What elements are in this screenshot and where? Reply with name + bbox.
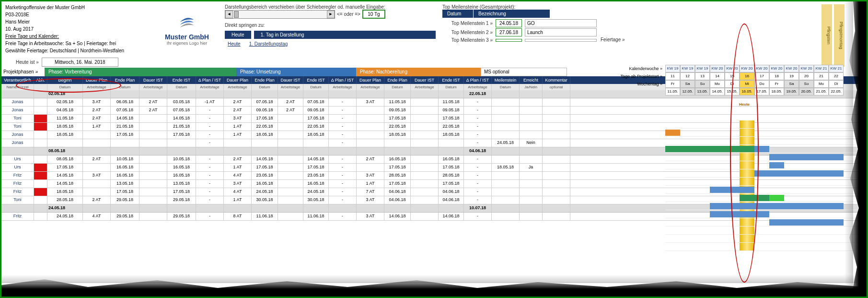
calendar-cell: 15 [725,72,740,80]
calendar-cell: 20 [799,72,814,80]
gantt-row [665,210,864,218]
calendar-cell: KW 20 [710,65,725,72]
calendar-cell: Di [829,80,844,88]
gantt-bar [740,195,769,201]
ms-date-input[interactable] [496,39,522,42]
holidays-line: Gewählte Feiertage: Deutschland | Nordrh… [5,48,149,54]
ms-row-label: Top Meilenstein 2 » [442,30,493,35]
today-field[interactable]: Mittwoch, 16. Mai. 2018 [42,58,118,67]
gantt-row [665,194,864,202]
calendar-cell: 15.05. [725,88,740,95]
calendar-cell: Di [725,80,740,88]
gantt-row [665,243,864,251]
slider-thumb[interactable] [234,11,239,18]
slider-left-icon[interactable]: ◄ [225,11,233,18]
ms-row-label: Top Meilenstein 3 » [442,37,493,43]
gantt-row [665,120,864,129]
gantt-row [665,145,864,153]
gantt-row [665,137,864,145]
calendar-cell: 21.05. [814,88,829,95]
gantt-row [665,153,864,161]
jump-today-button[interactable]: Heute [225,31,251,39]
calendar-cell: 19.05. [784,88,799,95]
calendar-cell: 21 [814,72,829,80]
logo-text: Muster GmbH [156,33,218,41]
section-start: 24.05.18 [47,204,83,212]
date-slider[interactable]: ◄ ► [225,10,335,19]
calendar-cell: Fr [769,80,784,88]
calendar-cell: Sa [784,80,799,88]
section-start: 02.05.18 [47,90,83,98]
slider-right-icon[interactable]: ► [327,11,335,18]
calendar-cell: Do [754,80,769,88]
view-controls: Darstellungsbereich verschieben über Sch… [225,4,436,55]
gantt-bar [769,195,784,201]
jump-first-button[interactable]: 1. Tag in Darstellung [254,31,436,39]
calendar-cell: Mo [710,80,725,88]
torn-edge-shadow [1,274,857,283]
calendar-cell: KW 20 [740,65,754,72]
calendar-cell: So [695,80,710,88]
ms-optional: MS optional [481,68,567,76]
freedays-line: Freie Tage in Arbeitswoche: Sa + So | Fe… [5,40,149,47]
calendar-cell: 13.05. [695,88,710,95]
slider-label: Darstellungsbereich verschieben über Sch… [225,4,436,10]
gantt-bar [665,130,680,136]
calendar-gantt-pane: Feiertage » PfingstenPfingstmontag Kalen… [572,4,864,294]
calendar-cell: KW 20 [769,65,784,72]
gantt-bar [665,146,754,152]
calendar-cell: 11 [665,72,680,80]
link-today[interactable]: Heute [225,40,243,48]
logo: Muster GmbH Ihr eigenes Logo hier [156,4,218,55]
calendar-cell: 16 [740,72,754,80]
ms-date-input[interactable]: 24.05.18 [496,19,522,27]
calendar-cell: KW 21 [829,65,844,72]
gantt-bar [710,187,754,193]
calendar-cell: 14 [710,72,725,80]
phase-1: Phase: Vorbereitung [45,68,236,76]
gantt-row [665,178,864,186]
calendar-cell: 19 [784,72,799,80]
calendar-cell: 13 [695,72,710,80]
project-info: Marketingoffensive der Muster GmbH P03-2… [5,4,149,55]
project-title: Marketingoffensive der Muster GmbH [5,4,149,11]
calendar-cell: 18 [769,72,784,80]
holiday-bar: Pfingsten [822,4,832,67]
logo-subtext: Ihr eigenes Logo hier [156,41,218,46]
holiday-bar: Pfingstmontag [834,4,845,67]
oder-label: <= oder => [337,12,360,17]
gantt-bar [710,203,844,209]
calendar-cell: 20.05. [799,88,814,95]
phase-2: Phase: Umsetzung [236,68,356,76]
calendar-cell: 12.05. [680,88,695,95]
gantt-row [665,186,864,194]
calendar-cell: Mo [814,80,829,88]
calendar-cell: KW 19 [665,65,680,72]
calendar-cell: KW 19 [695,65,710,72]
gantt-row [665,226,864,235]
days-input[interactable] [362,10,385,19]
project-date: 10. Aug 2017 [5,26,149,33]
calendar-cell: 16.05. [740,88,754,95]
project-author: Hans Meier [5,19,149,25]
calendar-cell: So [799,80,814,88]
jump-label: Direkt springen zu: [225,23,436,28]
calendar-cell: 11.05. [665,88,680,95]
gantt-bar [754,146,769,152]
calendar-cell: 14.05. [710,88,725,95]
freedays-header: Freie Tage und Kalender: [5,33,149,40]
calendar-cell: 22.05. [829,88,844,95]
ms-col-date: Datum [442,10,474,18]
calendar-cell: KW 21 [814,65,829,72]
holidays-label: Feiertage » [601,37,625,42]
link-first-day[interactable]: 1. Darstellungstag [246,40,291,48]
gantt-row [665,235,864,243]
calendar-cell: 17 [754,72,769,80]
gantt-row [665,202,864,210]
ms-date-input[interactable]: 27.06.18 [496,28,522,36]
gantt-row [665,218,864,226]
gantt-bar [769,162,784,168]
project-number: P03-2018E [5,12,149,18]
section-start: 08.05.18 [47,147,83,155]
phase-3: Phase: Nachbereitung [356,68,481,76]
